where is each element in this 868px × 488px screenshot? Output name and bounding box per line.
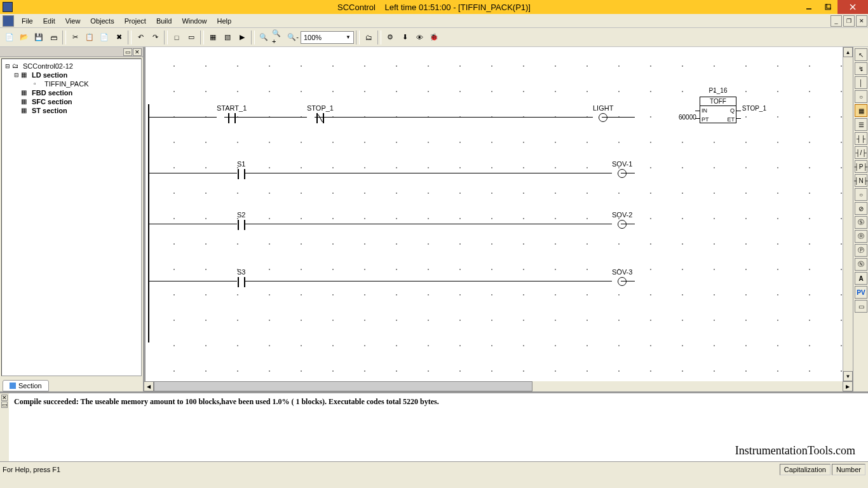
menu-edit[interactable]: Edit	[38, 16, 60, 26]
contact-start-1[interactable]: START_1	[217, 104, 247, 123]
coil-sov-2[interactable]: SOV-2	[612, 211, 632, 229]
tree-pin-icon[interactable]: ▭	[123, 48, 132, 56]
scroll-left-button[interactable]: ◀	[144, 381, 154, 391]
mdi-close-button[interactable]: ✕	[856, 15, 867, 27]
zoom-dropdown[interactable]: 100%	[301, 31, 354, 44]
output-close-icon[interactable]: ✕	[1, 395, 8, 401]
tree-st-section[interactable]: ▦ST section	[13, 106, 139, 115]
close-button[interactable]	[837, 0, 868, 14]
tree-root[interactable]: ⊟🗂SCControl02-12	[4, 62, 139, 71]
rung-4-line-c	[621, 281, 635, 281]
build-button[interactable]: ⚙	[383, 30, 397, 44]
tool-coil-r[interactable]: ⊘	[855, 202, 867, 215]
rung-2-line-b	[245, 173, 612, 173]
menu-project[interactable]: Project	[119, 16, 151, 26]
canvas-vscroll[interactable]: ▲ ▼	[843, 47, 853, 381]
tool-coil[interactable]: ○	[855, 90, 867, 103]
scroll-right-button[interactable]: ▶	[843, 381, 853, 391]
zone-button[interactable]: ▧	[220, 30, 234, 44]
function-block-toff[interactable]: P1_16 TOFF INQ PTET 60000 STOP_1	[700, 97, 736, 123]
titlebar[interactable]: SCControl Left time 01:51:00 - [TIFFIN_P…	[0, 0, 868, 14]
output-pin-icon[interactable]: ▭	[1, 402, 8, 408]
menu-file[interactable]: File	[17, 16, 38, 26]
rung-4-line	[149, 281, 237, 281]
tool-coil-rs[interactable]: Ⓡ	[855, 230, 867, 243]
app-icon	[3, 2, 13, 12]
project-tree: ▭ ✕ ⊟🗂SCControl02-12 ⊟▦LD section ▫TIFFI…	[0, 47, 144, 391]
coil-light[interactable]: LIGHT	[593, 104, 613, 122]
cut-button[interactable]: ✂	[68, 30, 82, 44]
maximize-button[interactable]	[818, 0, 837, 14]
tool-coil-p[interactable]: Ⓟ	[855, 244, 867, 257]
rung-2-line	[149, 173, 237, 173]
rung-3-line-b	[245, 224, 612, 224]
save-button[interactable]: 💾	[32, 30, 46, 44]
tool-coil-o[interactable]: ○	[855, 188, 867, 201]
tree-sfc-section[interactable]: ▦SFC section	[13, 97, 139, 106]
contact-s3[interactable]: S3	[237, 268, 245, 287]
tree-ld-section[interactable]: ⊟▦LD section	[13, 71, 139, 79]
menu-build[interactable]: Build	[151, 16, 177, 26]
open-button[interactable]: 📂	[17, 30, 31, 44]
tool-vertical[interactable]: │	[855, 76, 867, 89]
contact-s1[interactable]: S1	[237, 160, 245, 179]
new-button[interactable]: 📄	[3, 30, 17, 44]
tool-branch[interactable]: ☰	[855, 118, 867, 131]
canvas-hscroll[interactable]: ◀ ▶	[144, 381, 853, 391]
saveall-button[interactable]: 🗃	[46, 30, 60, 44]
tool-pv[interactable]: PV	[855, 286, 867, 299]
tool-contact-n[interactable]: ┤N├	[855, 174, 867, 187]
tool-block[interactable]: ▦	[855, 104, 867, 117]
tree-tiffin-pack[interactable]: ▫TIFFIN_PACK	[26, 79, 139, 88]
fblock-q-value: STOP_1	[742, 105, 766, 112]
coil-sov-1[interactable]: SOV-1	[612, 160, 632, 178]
menu-window[interactable]: Window	[177, 16, 212, 26]
tool-text[interactable]: A	[855, 272, 867, 285]
find-button[interactable]: 🔍	[257, 30, 271, 44]
undo-button[interactable]: ↶	[133, 30, 147, 44]
ladder-canvas[interactable]: START_1 STOP_1 LIGHT	[144, 47, 843, 381]
tool-contact-p[interactable]: ┤P├	[855, 160, 867, 173]
tree-close-icon[interactable]: ✕	[133, 48, 142, 56]
zoom-out-button[interactable]: 🔍-	[286, 30, 300, 44]
browser-button[interactable]: 🗂	[362, 30, 376, 44]
tool-select[interactable]: ↖	[855, 48, 867, 61]
scroll-down-button[interactable]: ▼	[843, 371, 853, 381]
tool-coil-s[interactable]: Ⓢ	[855, 216, 867, 229]
scroll-up-button[interactable]: ▲	[843, 47, 853, 57]
status-num: Number	[832, 464, 865, 475]
monitor-button[interactable]: 👁	[412, 30, 426, 44]
func-a-button[interactable]: □	[170, 30, 184, 44]
mdi-restore-button[interactable]: ❐	[843, 15, 855, 27]
contact-stop-1[interactable]: STOP_1	[307, 104, 334, 123]
tool-wire[interactable]: ↯	[855, 62, 867, 75]
debug-button[interactable]: 🐞	[427, 30, 441, 44]
contact-s2[interactable]: S2	[237, 211, 245, 230]
tool-contact-no[interactable]: ┤├	[855, 132, 867, 145]
run-button[interactable]: ▶	[235, 30, 249, 44]
output-text: Compile succeeded: The useable memory am…	[9, 393, 868, 461]
status-help: For Help, press F1	[3, 466, 60, 473]
func-b-button[interactable]: ▭	[184, 30, 198, 44]
tool-contact-nc[interactable]: ┤/├	[855, 146, 867, 159]
toolbar: 📄 📂 💾 🗃 ✂ 📋 📄 ✖ ↶ ↷ □ ▭ ▦ ▧ ▶ 🔍 🔍+ 🔍- 10…	[0, 28, 868, 47]
tree-fbd-section[interactable]: ▦FBD section	[13, 88, 139, 97]
tree-tab-section[interactable]: Section	[3, 380, 49, 391]
paste-button[interactable]: 📄	[97, 30, 111, 44]
download-button[interactable]: ⬇	[398, 30, 412, 44]
coil-sov-3[interactable]: SOV-3	[612, 268, 632, 286]
menu-help[interactable]: Help	[212, 16, 237, 26]
rung-3-line	[149, 224, 237, 224]
watermark: InstrumentationTools.com	[735, 444, 855, 458]
redo-button[interactable]: ↷	[148, 30, 162, 44]
tool-box[interactable]: ▭	[855, 300, 867, 313]
minimize-button[interactable]	[799, 0, 818, 14]
tool-coil-n[interactable]: Ⓝ	[855, 258, 867, 271]
menu-objects[interactable]: Objects	[85, 16, 119, 26]
copy-button[interactable]: 📋	[83, 30, 97, 44]
mdi-minimize-button[interactable]: _	[831, 15, 842, 27]
grid-button[interactable]: ▦	[206, 30, 220, 44]
menu-view[interactable]: View	[60, 16, 86, 26]
delete-button[interactable]: ✖	[112, 30, 126, 44]
zoom-in-button[interactable]: 🔍+	[271, 30, 285, 44]
